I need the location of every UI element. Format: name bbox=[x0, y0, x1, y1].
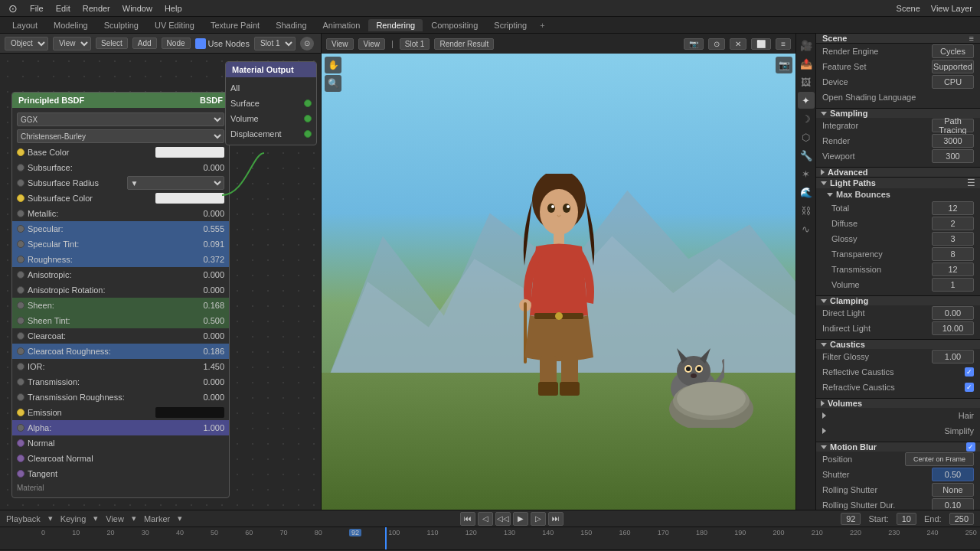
tab-modeling[interactable]: Modeling bbox=[46, 19, 96, 31]
christensen-select[interactable]: Christensen-Burley bbox=[17, 129, 224, 143]
tab-compositing[interactable]: Compositing bbox=[423, 19, 485, 31]
rpi-world[interactable]: ☽ bbox=[798, 110, 815, 127]
caustics-section-header[interactable]: Caustics bbox=[816, 339, 980, 349]
subsurface-socket[interactable] bbox=[17, 164, 24, 171]
roughness-socket[interactable] bbox=[17, 256, 24, 263]
transparency-value[interactable]: 8 bbox=[932, 247, 974, 261]
play-btn[interactable]: ▶ bbox=[513, 512, 528, 526]
alpha-socket[interactable] bbox=[17, 424, 24, 432]
tab-layout[interactable]: Layout bbox=[5, 19, 45, 31]
light-paths-list-icon[interactable]: ☰ bbox=[967, 178, 975, 188]
tab-texture-paint[interactable]: Texture Paint bbox=[203, 19, 267, 31]
transmission-value[interactable]: 0.000 bbox=[190, 377, 224, 386]
playback-dropdown[interactable]: ▾ bbox=[48, 514, 53, 523]
rpi-scene[interactable]: ✦ bbox=[798, 92, 815, 109]
motion-blur-section-header[interactable]: Motion Blur ✓ bbox=[816, 442, 980, 452]
christensen-select-row[interactable]: Christensen-Burley bbox=[12, 128, 229, 145]
sheen-tint-socket[interactable] bbox=[17, 317, 24, 324]
render-icon[interactable]: ⊙ bbox=[300, 37, 314, 51]
select-button[interactable]: Select bbox=[96, 37, 128, 49]
integrator-value[interactable]: Path Tracing bbox=[932, 119, 974, 132]
specular-value[interactable]: 0.555 bbox=[190, 224, 224, 233]
indirect-light-value[interactable]: 10.00 bbox=[932, 321, 974, 335]
rpi-physics[interactable]: 🌊 bbox=[798, 184, 815, 201]
next-frame-btn[interactable]: ▷ bbox=[531, 512, 546, 526]
viewport-samples-value[interactable]: 300 bbox=[932, 149, 974, 163]
keying-dropdown[interactable]: ▾ bbox=[93, 514, 98, 523]
clearcoat-normal-socket[interactable] bbox=[17, 455, 24, 462]
reflective-caustics-checkbox[interactable]: ✓ bbox=[965, 367, 974, 377]
ior-socket[interactable] bbox=[17, 363, 24, 370]
rpi-view[interactable]: 🖼 bbox=[798, 73, 815, 90]
view-select[interactable]: View bbox=[53, 37, 91, 51]
use-nodes-checkbox[interactable] bbox=[195, 38, 206, 49]
max-bounces-header[interactable]: Max Bounces bbox=[816, 188, 980, 201]
transmission-socket[interactable] bbox=[17, 378, 24, 386]
tangent-socket[interactable] bbox=[17, 470, 24, 478]
specular-tint-socket[interactable] bbox=[17, 240, 24, 248]
motion-blur-checkbox[interactable]: ✓ bbox=[966, 442, 975, 452]
roughness-value[interactable]: 0.372 bbox=[190, 255, 224, 264]
tab-rendering[interactable]: Rendering bbox=[368, 19, 423, 31]
anisotropic-value[interactable]: 0.000 bbox=[190, 270, 224, 279]
subsurface-radius-select[interactable]: ▼ bbox=[127, 176, 225, 190]
sheen-socket[interactable] bbox=[17, 302, 24, 309]
direct-light-value[interactable]: 0.00 bbox=[932, 306, 974, 320]
camera-view-icon[interactable]: 📷 bbox=[776, 57, 792, 73]
volumes-section-header[interactable]: Volumes bbox=[816, 398, 980, 408]
glossy-value[interactable]: 3 bbox=[932, 232, 974, 246]
render-menu[interactable]: Render bbox=[77, 2, 116, 15]
end-frame-field[interactable]: 250 bbox=[949, 513, 974, 525]
hand-tool-icon[interactable]: ✋ bbox=[325, 57, 341, 73]
add-workspace-button[interactable]: + bbox=[535, 19, 549, 31]
tl-view-dropdown[interactable]: ▾ bbox=[132, 514, 136, 523]
anisotropic-rotation-value[interactable]: 0.000 bbox=[190, 285, 224, 295]
prev-frame-btn[interactable]: ◁ bbox=[478, 512, 493, 526]
rolling-shutter-dur-value[interactable]: 0.10 bbox=[932, 498, 974, 510]
filter-glossy-value[interactable]: 1.00 bbox=[932, 350, 974, 364]
tab-scripting[interactable]: Scripting bbox=[486, 19, 534, 31]
advanced-section-header[interactable]: Advanced bbox=[816, 167, 980, 177]
timeline-track[interactable]: 0 10 20 30 40 50 60 70 80 92 100 110 120… bbox=[0, 527, 980, 549]
specular-socket[interactable] bbox=[17, 225, 24, 233]
zoom-icon[interactable]: 🔍 bbox=[325, 75, 341, 92]
help-menu[interactable]: Help bbox=[159, 2, 188, 15]
rpi-modifier[interactable]: 🔧 bbox=[798, 147, 815, 164]
vp-slot-btn[interactable]: Slot 1 bbox=[400, 38, 430, 50]
window-menu[interactable]: Window bbox=[117, 2, 158, 15]
edit-menu[interactable]: Edit bbox=[51, 2, 76, 15]
metallic-socket[interactable] bbox=[17, 210, 24, 217]
surface-input-socket[interactable] bbox=[304, 99, 312, 107]
metallic-value[interactable]: 0.000 bbox=[190, 209, 224, 218]
rpi-render[interactable]: 🎥 bbox=[798, 37, 815, 54]
jump-end-btn[interactable]: ⏭ bbox=[548, 512, 564, 526]
tab-shading[interactable]: Shading bbox=[268, 19, 314, 31]
base-color-socket[interactable] bbox=[17, 148, 24, 156]
specular-tint-value[interactable]: 0.091 bbox=[190, 240, 224, 249]
rpi-particles[interactable]: ✶ bbox=[798, 165, 815, 182]
anisotropic-socket[interactable] bbox=[17, 271, 24, 279]
transmission-roughness-socket[interactable] bbox=[17, 393, 24, 401]
subsurface-radius-socket[interactable] bbox=[17, 179, 24, 187]
clearcoat-value[interactable]: 0.000 bbox=[190, 331, 224, 341]
node-menu-button[interactable]: Node bbox=[162, 37, 191, 49]
playhead[interactable] bbox=[385, 527, 387, 549]
displacement-input-socket[interactable] bbox=[304, 130, 312, 138]
camera-icon-btn[interactable]: 📷 bbox=[684, 38, 704, 50]
start-frame-field[interactable]: 10 bbox=[897, 513, 916, 525]
properties-menu-icon[interactable]: ≡ bbox=[969, 34, 974, 43]
fullscreen-btn[interactable]: ⬜ bbox=[751, 38, 771, 50]
total-value[interactable]: 12 bbox=[932, 201, 974, 215]
diffuse-value[interactable]: 2 bbox=[932, 217, 974, 230]
tab-uv-editing[interactable]: UV Editing bbox=[147, 19, 202, 31]
alpha-value[interactable]: 1.000 bbox=[190, 423, 224, 432]
file-menu[interactable]: File bbox=[24, 2, 49, 15]
tab-sculpting[interactable]: Sculpting bbox=[96, 19, 146, 31]
marker-dropdown[interactable]: ▾ bbox=[178, 514, 182, 523]
device-value[interactable]: CPU bbox=[932, 75, 974, 89]
tab-animation[interactable]: Animation bbox=[315, 19, 368, 31]
transmission-lp-value[interactable]: 12 bbox=[932, 262, 974, 276]
jump-start-btn[interactable]: ⏮ bbox=[460, 512, 475, 526]
clamping-section-header[interactable]: Clamping bbox=[816, 295, 980, 305]
more-btn[interactable]: ≡ bbox=[776, 38, 791, 50]
